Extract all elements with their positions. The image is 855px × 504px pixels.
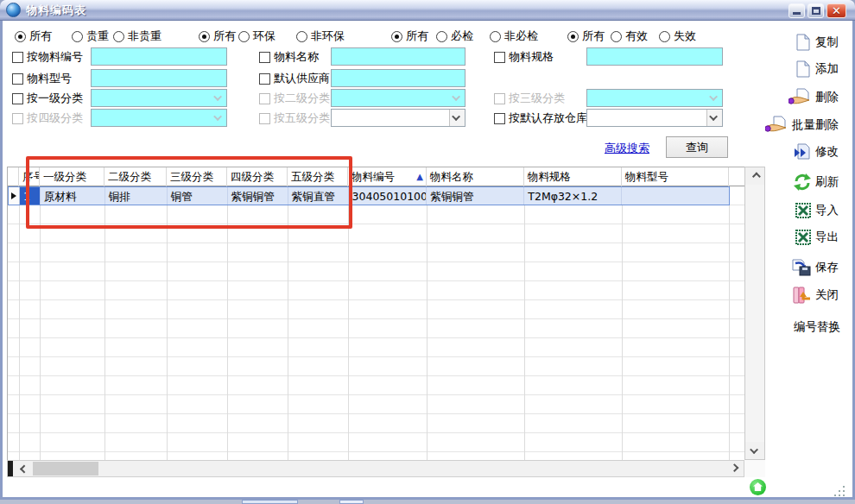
radio-env[interactable]: 环保 <box>238 28 276 44</box>
chevron-down-icon <box>213 112 222 121</box>
radio-valid-all[interactable]: 所有 <box>567 28 605 44</box>
scroll-left-button[interactable] <box>13 461 32 476</box>
import-excel-icon <box>795 203 811 218</box>
radio-icon <box>567 31 579 42</box>
radio-icon <box>296 31 307 42</box>
checkbox-icon <box>12 52 23 63</box>
checkbox-material-spec[interactable]: 物料规格 <box>494 49 554 65</box>
checkbox-category-4[interactable]: 按四级分类 <box>12 110 83 126</box>
batch-delete-button[interactable]: 批量删除 <box>765 116 839 135</box>
radio-icon <box>72 31 83 42</box>
checkbox-category-3[interactable]: 按三级分类 <box>494 91 565 106</box>
cell-model[interactable] <box>622 187 729 205</box>
checkbox-icon <box>494 113 505 124</box>
checkbox-material-model[interactable]: 物料型号 <box>12 71 72 86</box>
checkbox-icon <box>494 52 505 63</box>
delete-hand-icon <box>788 88 811 107</box>
green-safety-icon[interactable] <box>750 479 766 495</box>
radio-icon <box>436 31 447 42</box>
checkbox-category-2[interactable]: 按二级分类 <box>259 91 330 106</box>
taskbar-fragment <box>242 500 298 504</box>
cell-spec[interactable]: T2Mφ32×1.2 <box>524 187 622 205</box>
material-name-input[interactable] <box>331 47 466 66</box>
col-header-model[interactable]: 物料型号 <box>622 167 729 186</box>
category-3-select[interactable] <box>586 89 723 107</box>
radio-valuable-all[interactable]: 所有 <box>15 28 52 44</box>
refresh-icon <box>794 173 811 191</box>
home-icon <box>753 482 763 492</box>
minimize-button[interactable] <box>788 3 805 18</box>
maximize-button[interactable] <box>808 3 824 18</box>
horizontal-scroll-thumb[interactable] <box>33 462 98 476</box>
checkbox-category-5[interactable]: 按五级分类 <box>259 110 330 126</box>
scroll-right-button[interactable] <box>725 461 744 476</box>
horizontal-scrollbar[interactable] <box>7 460 744 477</box>
chevron-down-icon <box>452 112 460 121</box>
chevron-down-icon <box>452 92 460 101</box>
query-button[interactable]: 查询 <box>666 136 728 158</box>
add-button[interactable]: 添加 <box>795 60 839 78</box>
material-spec-input[interactable] <box>586 47 723 66</box>
vertical-scrollbar[interactable] <box>744 167 765 460</box>
category-2-select[interactable] <box>331 89 466 107</box>
checkbox-icon <box>259 113 270 124</box>
material-code-input[interactable] <box>91 47 227 66</box>
category-5-select[interactable] <box>331 109 466 127</box>
scroll-down-button[interactable] <box>745 442 764 459</box>
checkbox-category-1[interactable]: 按一级分类 <box>12 91 83 106</box>
advanced-search-link[interactable]: 高级搜索 <box>605 141 649 156</box>
sort-ascending-icon[interactable]: ▲ <box>416 172 423 181</box>
chevron-right-icon <box>730 463 738 472</box>
category-1-select[interactable] <box>91 89 227 107</box>
copy-button[interactable]: 复制 <box>795 34 839 51</box>
taskbar-fragment <box>339 500 364 504</box>
app-globe-icon <box>6 3 21 17</box>
checkbox-material-name[interactable]: 物料名称 <box>259 49 319 65</box>
chevron-down-icon <box>709 92 718 101</box>
radio-not-valuable[interactable]: 非贵重 <box>113 28 162 44</box>
cell-name[interactable]: 紫铜铜管 <box>427 187 524 205</box>
delete-button[interactable]: 删除 <box>788 88 839 107</box>
radio-env-all[interactable]: 所有 <box>199 28 236 44</box>
current-row-arrow-icon <box>11 192 16 199</box>
col-header-name[interactable]: 物料名称 <box>427 167 524 186</box>
scroll-up-button[interactable] <box>745 167 764 185</box>
radio-inspect-all[interactable]: 所有 <box>391 28 428 44</box>
import-button[interactable]: 导入 <box>795 203 839 218</box>
radio-not-inspect[interactable]: 非必检 <box>490 28 538 44</box>
close-button[interactable]: ✕ <box>826 3 846 18</box>
row-selector-cell[interactable] <box>9 187 20 205</box>
cell-code[interactable]: 3040501010001 <box>349 187 428 205</box>
material-model-input[interactable] <box>91 69 227 87</box>
checkbox-default-warehouse[interactable]: 按默认存放仓库 <box>494 110 587 126</box>
radio-not-env[interactable]: 非环保 <box>296 28 345 44</box>
radio-invalid[interactable]: 失效 <box>659 28 696 44</box>
default-supplier-input[interactable] <box>331 69 466 87</box>
radio-icon <box>659 31 670 42</box>
modify-button[interactable]: 修改 <box>794 143 839 161</box>
radio-valuable[interactable]: 贵重 <box>72 28 109 44</box>
title-bar[interactable]: 物料编码表 ✕ <box>0 0 855 21</box>
col-header-code[interactable]: 物料编号▲ <box>348 167 427 186</box>
checkbox-icon <box>494 93 505 104</box>
radio-valid[interactable]: 有效 <box>611 28 648 44</box>
gutter-header <box>8 167 19 186</box>
export-button[interactable]: 导出 <box>795 230 839 245</box>
chevron-down-icon <box>213 92 222 101</box>
save-button[interactable]: 保存 <box>792 259 839 276</box>
red-highlight-annotation <box>26 156 352 229</box>
col-header-spec[interactable]: 物料规格 <box>524 167 622 186</box>
refresh-button[interactable]: 刷新 <box>794 173 839 191</box>
category-4-select[interactable] <box>91 109 227 127</box>
radio-inspect[interactable]: 必检 <box>436 28 473 44</box>
checkbox-default-supplier[interactable]: 默认供应商 <box>259 71 330 86</box>
save-disk-icon <box>792 259 811 276</box>
close-form-button[interactable]: 关闭 <box>792 287 839 304</box>
default-warehouse-select[interactable] <box>586 109 723 127</box>
scrollbar-corner <box>744 460 765 477</box>
app-window: 物料编码表 ✕ 所有 贵重 非贵重 所有 环保 非环保 所有 必检 非必检 所有… <box>0 0 855 500</box>
desktop-strip <box>0 500 855 504</box>
code-replace-button[interactable]: 编号替换 <box>794 319 840 335</box>
resize-grip[interactable] <box>833 485 846 497</box>
checkbox-by-material-code[interactable]: 按物料编号 <box>12 49 83 65</box>
